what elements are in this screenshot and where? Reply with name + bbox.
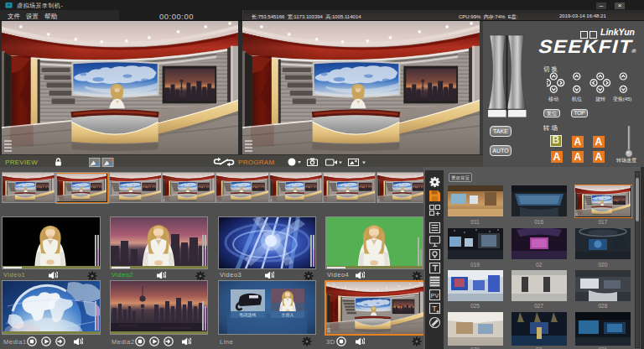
svg-text:电话连线: 电话连线 <box>240 312 257 317</box>
svg-text:主持人: 主持人 <box>282 312 294 318</box>
svg-text:PV: PV <box>431 293 439 299</box>
svg-text:T: T <box>432 305 437 313</box>
